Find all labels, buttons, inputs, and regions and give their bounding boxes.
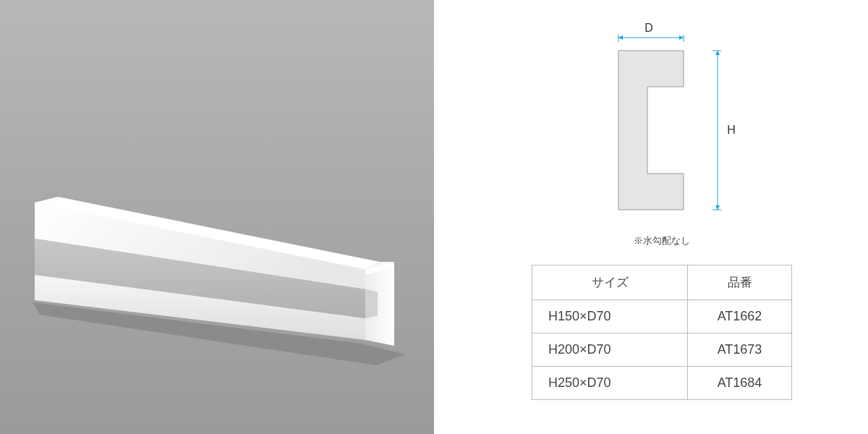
cell-size: H200×D70 (532, 333, 688, 367)
spec-panel: D H ※水勾配なし サイズ 品番 H150×D70 AT1662 (434, 0, 868, 434)
table-header-row: サイズ 品番 (532, 265, 792, 300)
dim-d-label: D (644, 22, 653, 34)
col-size-header: サイズ (532, 265, 688, 300)
diagram-note: ※水勾配なし (634, 234, 690, 247)
product-render-panel (0, 0, 434, 434)
cell-code: AT1673 (688, 333, 792, 367)
table-row: H200×D70 AT1673 (532, 333, 792, 367)
svg-marker-6 (365, 289, 378, 318)
svg-marker-11 (618, 35, 623, 40)
spec-table: サイズ 品番 H150×D70 AT1662 H200×D70 AT1673 H… (532, 265, 792, 400)
cell-code: AT1662 (688, 300, 792, 333)
svg-marker-16 (715, 51, 720, 55)
svg-marker-17 (715, 205, 720, 210)
profile-shape (618, 51, 684, 210)
cross-section-diagram: D H ※水勾配なし (553, 22, 770, 247)
dim-h-label: H (727, 124, 736, 136)
col-code-header: 品番 (688, 265, 792, 300)
product-render (0, 0, 434, 434)
svg-marker-12 (679, 35, 684, 40)
cross-section-svg: D H (568, 22, 756, 231)
table-row: H150×D70 AT1662 (532, 300, 792, 333)
table-row: H250×D70 AT1684 (532, 367, 792, 400)
cell-size: H150×D70 (532, 300, 688, 333)
cell-size: H250×D70 (532, 367, 688, 400)
cell-code: AT1684 (688, 367, 792, 400)
